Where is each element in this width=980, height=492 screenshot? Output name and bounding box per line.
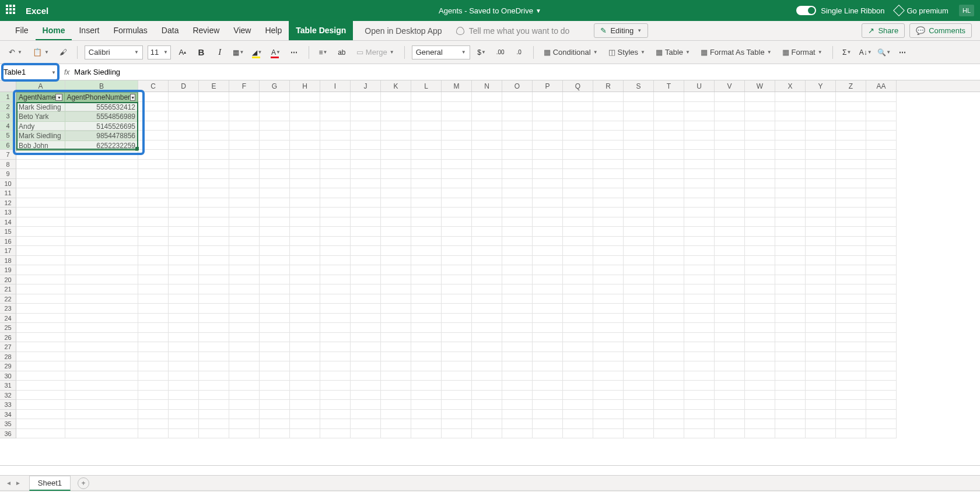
cell[interactable] [138,314,169,324]
cell[interactable] [442,265,472,275]
cell[interactable] [320,131,351,140]
cell[interactable] [533,188,563,198]
cell[interactable] [533,381,563,391]
cell[interactable] [16,333,65,343]
cell[interactable] [260,160,290,170]
cell[interactable] [866,284,897,294]
cell[interactable] [320,333,351,343]
autosum-button[interactable]: Σ▼ [840,45,854,59]
cell[interactable] [684,284,715,294]
cell[interactable] [138,150,169,160]
cell[interactable] [593,131,624,140]
cell[interactable] [745,342,775,352]
cell[interactable] [806,237,836,247]
cell[interactable] [775,352,806,362]
cell[interactable] [684,179,715,189]
cell[interactable] [715,179,745,189]
cell[interactable] [169,284,199,294]
cell[interactable] [684,381,715,391]
sheet-nav-next[interactable]: ► [15,480,21,486]
cell[interactable] [533,361,563,371]
merge-button[interactable]: ▭ Merge ▼ [354,46,397,58]
cell[interactable] [775,381,806,391]
cell[interactable] [654,102,684,112]
cell[interactable] [715,256,745,266]
column-header[interactable]: N [472,80,502,92]
cell[interactable] [138,111,169,121]
cell[interactable] [199,323,229,333]
cell[interactable] [745,333,775,343]
cell[interactable] [563,371,593,381]
cell[interactable] [502,179,533,189]
cell[interactable] [806,217,836,227]
cell[interactable] [502,371,533,381]
row-header[interactable]: 35 [0,419,16,429]
column-header[interactable]: AA [866,80,897,92]
cell[interactable] [351,246,381,256]
cell[interactable] [472,111,502,121]
cell[interactable] [381,419,411,429]
cell[interactable] [199,352,229,362]
cell[interactable] [533,323,563,333]
cell[interactable] [836,102,866,112]
cell[interactable] [65,217,138,227]
cell[interactable] [836,314,866,324]
cell[interactable] [624,304,654,314]
cell[interactable] [593,381,624,391]
cell[interactable] [775,294,806,304]
cell[interactable] [533,400,563,410]
cell[interactable] [229,361,260,371]
cell[interactable] [866,419,897,429]
bold-button[interactable]: B [194,45,208,59]
cell[interactable] [775,333,806,343]
cell[interactable] [229,352,260,362]
cell[interactable] [290,179,320,189]
cell[interactable] [806,352,836,362]
cell[interactable] [533,419,563,429]
cell[interactable] [320,361,351,371]
cell[interactable] [654,256,684,266]
cell[interactable] [320,140,351,150]
cell[interactable] [745,400,775,410]
cell[interactable] [411,342,442,352]
cell[interactable] [563,391,593,400]
cell[interactable] [745,160,775,170]
cell[interactable] [654,111,684,121]
cell[interactable] [684,131,715,140]
cell[interactable] [199,256,229,266]
cell[interactable] [715,361,745,371]
cell[interactable] [715,121,745,131]
cell[interactable] [472,188,502,198]
cell[interactable] [533,246,563,256]
cell[interactable] [624,111,654,121]
cell[interactable] [836,140,866,150]
cell[interactable] [624,92,654,102]
cell[interactable] [229,323,260,333]
cell[interactable] [745,188,775,198]
cell[interactable] [563,217,593,227]
column-header[interactable]: Z [836,80,866,92]
cell[interactable] [229,371,260,381]
cell[interactable] [411,391,442,400]
cell[interactable] [806,410,836,420]
cell[interactable] [502,391,533,400]
cell[interactable] [16,391,65,400]
cell[interactable] [320,111,351,121]
cell[interactable] [866,265,897,275]
cell[interactable] [290,131,320,140]
cell[interactable] [169,400,199,410]
cell[interactable] [775,198,806,208]
cell[interactable] [806,150,836,160]
cell[interactable] [866,294,897,304]
cell[interactable] [806,265,836,275]
cell[interactable] [260,92,290,102]
cell[interactable] [472,217,502,227]
row-header[interactable]: 12 [0,198,16,208]
cell[interactable] [654,323,684,333]
cell[interactable] [866,121,897,131]
cell[interactable] [16,361,65,371]
cell[interactable] [775,323,806,333]
cell[interactable] [836,237,866,247]
cell[interactable] [866,179,897,189]
cell[interactable] [684,198,715,208]
